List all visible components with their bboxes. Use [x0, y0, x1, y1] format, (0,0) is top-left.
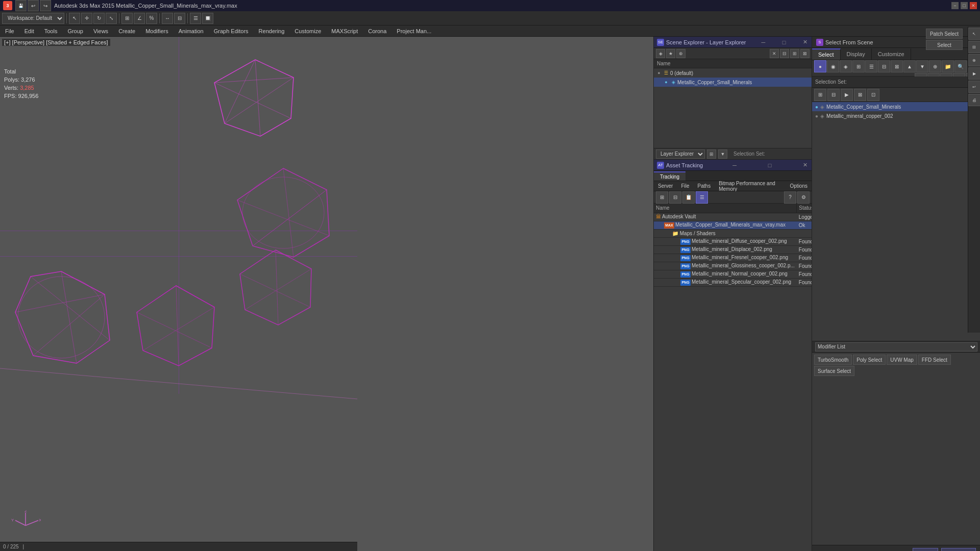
asset-row[interactable]: MAXMetallic_Copper_Small_Minerals_max_vr…	[654, 221, 812, 229]
se-footer-btn1[interactable]: ⊞	[707, 149, 716, 159]
se-tb-close[interactable]: ✕	[770, 49, 779, 58]
uvw-map-btn[interactable]: UVW Map	[887, 355, 917, 365]
viewport[interactable]: [+] [Perspective] [Shaded + Edged Faces]…	[0, 37, 653, 551]
minimize-btn[interactable]: −	[951, 2, 959, 9]
menu-project[interactable]: Project Man...	[391, 26, 436, 37]
layer-explorer-dropdown[interactable]: Layer Explorer	[656, 149, 705, 159]
at-tb-help[interactable]: ?	[784, 191, 796, 204]
at-tb-settings[interactable]: ⚙	[797, 191, 810, 204]
sfs-icon-btn12[interactable]: 🔍	[954, 60, 967, 72]
asset-row[interactable]: PNGMetallic_mineral_Normal_cooper_002.pn…	[654, 270, 812, 278]
select-mode-btn[interactable]: ↖	[69, 13, 80, 24]
angle-snap-btn[interactable]: ∠	[134, 13, 145, 24]
menu-customize[interactable]: Customize	[289, 26, 326, 37]
menu-modifiers[interactable]: Modifiers	[140, 26, 174, 37]
sfs-tab-select[interactable]: Select	[812, 48, 841, 60]
vert-tb-btn3[interactable]: ⊕	[968, 54, 981, 66]
object-row[interactable]: ● ◈ Metallic_Copper_Small_Minerals	[654, 78, 812, 87]
sfs-icon-btn10[interactable]: ⊕	[929, 60, 941, 72]
maximize-btn[interactable]: □	[961, 2, 968, 9]
sfs-icon-btn3[interactable]: ◈	[840, 60, 852, 72]
at-tb-btn4[interactable]: ☰	[696, 191, 708, 204]
layer-default-row[interactable]: ● ☰ 0 (default)	[654, 68, 812, 78]
sfs-tb2-btn4[interactable]: ⊠	[854, 89, 866, 101]
layer-mgr-btn[interactable]: ☰	[190, 13, 201, 24]
sfs-icon-btn5[interactable]: ☰	[865, 60, 877, 72]
sfs-tb2-btn3[interactable]: ▶	[841, 89, 853, 101]
scene-explorer-minimize-btn[interactable]: ─	[760, 39, 767, 46]
asset-row[interactable]: PNGMetallic_mineral_Specular_cooper_002.…	[654, 278, 812, 286]
close-btn[interactable]: ✕	[970, 2, 977, 9]
sfs-obj-row-2[interactable]: ● ◈ Metallic_mineral_copper_002	[812, 111, 980, 120]
sfs-icon-btn9[interactable]: ▼	[916, 60, 928, 72]
scene-explorer-close-btn[interactable]: ✕	[801, 39, 808, 46]
select-btn[interactable]: Select	[926, 40, 963, 50]
vert-tb-btn2[interactable]: ⊟	[968, 41, 981, 53]
asset-tracking-restore-btn[interactable]: □	[766, 162, 773, 169]
menu-maxscript[interactable]: MAXScript	[326, 26, 363, 37]
surface-select-btn[interactable]: Surface Select	[814, 366, 854, 376]
vert-tb-btn5[interactable]: ↩	[968, 81, 981, 93]
sfs-icon-btn11[interactable]: 📁	[942, 60, 954, 72]
turbosmooth-btn[interactable]: TurboSmooth	[814, 355, 852, 365]
asset-menu-paths[interactable]: Paths	[694, 181, 715, 191]
sfs-icon-btn4[interactable]: ⊞	[852, 60, 865, 72]
asset-tracking-close-btn[interactable]: ✕	[801, 162, 808, 169]
move-btn[interactable]: ✛	[81, 13, 92, 24]
se-tb-btn1[interactable]: ◈	[656, 49, 665, 58]
sfs-tb2-btn2[interactable]: ⊟	[827, 89, 840, 101]
sfs-obj-row-1[interactable]: ● ◈ Metallic_Copper_Small_Minerals	[812, 102, 980, 111]
sfs-icon-btn7[interactable]: ⊠	[891, 60, 903, 72]
asset-row[interactable]: PNGMetallic_mineral_Fresnel_cooper_002.p…	[654, 254, 812, 262]
quick-access-btn[interactable]: 💾	[15, 0, 27, 11]
menu-tools[interactable]: Tools	[39, 26, 63, 37]
se-tb-icon2[interactable]: ⊞	[790, 49, 799, 58]
modifier-list-dropdown[interactable]: Modifier List	[815, 342, 977, 352]
menu-views[interactable]: Views	[88, 26, 113, 37]
asset-menu-server[interactable]: Server	[654, 181, 677, 191]
ok-btn[interactable]: OK	[913, 548, 938, 552]
se-tb-btn2[interactable]: ★	[666, 49, 675, 58]
menu-corona[interactable]: Corona	[363, 26, 391, 37]
asset-menu-file[interactable]: File	[677, 181, 693, 191]
sfs-icon-btn8[interactable]: ▲	[903, 60, 916, 72]
vert-tb-btn6[interactable]: 🖨	[968, 94, 981, 106]
mirror-btn[interactable]: ↔	[162, 13, 173, 24]
asset-menu-options[interactable]: Options	[786, 181, 812, 191]
scale-btn[interactable]: ⤡	[106, 13, 117, 24]
sfs-icon-btn6[interactable]: ⊟	[878, 60, 890, 72]
se-tb-icon3[interactable]: ⊠	[800, 49, 810, 58]
percent-snap-btn[interactable]: %	[146, 13, 157, 24]
poly-select-btn[interactable]: Poly Select	[853, 355, 886, 365]
sfs-tab-display[interactable]: Display	[841, 48, 872, 60]
menu-rendering[interactable]: Rendering	[254, 26, 290, 37]
scene-explorer-restore-btn[interactable]: □	[780, 39, 788, 46]
cancel-btn[interactable]: Cancel	[941, 548, 976, 552]
ffd-select-btn[interactable]: FFD Select	[918, 355, 951, 365]
undo-btn[interactable]: ↩	[28, 0, 39, 11]
sfs-tb2-btn1[interactable]: ⊞	[814, 89, 826, 101]
snap-btn[interactable]: ⊞	[121, 13, 133, 24]
sfs-icon-btn1[interactable]: ●	[814, 60, 826, 72]
align-btn[interactable]: ⊟	[174, 13, 185, 24]
asset-tracking-minimize-btn[interactable]: ─	[731, 162, 738, 169]
sfs-tab-customize[interactable]: Customize	[872, 48, 911, 60]
menu-animation[interactable]: Animation	[174, 26, 209, 37]
sfs-icon-btn2[interactable]: ◉	[827, 60, 839, 72]
se-tb-btn3[interactable]: ⊕	[676, 49, 685, 58]
menu-file[interactable]: File	[0, 26, 19, 37]
menu-edit[interactable]: Edit	[19, 26, 39, 37]
vert-tb-btn4[interactable]: ▶	[968, 67, 981, 80]
menu-create[interactable]: Create	[113, 26, 140, 37]
patch-select-btn[interactable]: Patch Select	[926, 29, 963, 39]
rotate-btn[interactable]: ↻	[93, 13, 105, 24]
menu-group[interactable]: Group	[62, 26, 88, 37]
asset-row[interactable]: 🏛Autodesk VaultLogged	[654, 213, 812, 221]
at-tb-btn1[interactable]: ⊞	[656, 191, 668, 204]
asset-menu-bitmap[interactable]: Bitmap Performance and Memory	[715, 181, 786, 191]
tracking-tab[interactable]: Tracking	[654, 171, 685, 181]
asset-row[interactable]: PNGMetallic_mineral_Diffuse_cooper_002.p…	[654, 237, 812, 245]
se-footer-btn2[interactable]: ▼	[718, 149, 727, 159]
asset-row[interactable]: PNGMetallic_mineral_Displace_002.pngFoun…	[654, 245, 812, 254]
asset-row[interactable]: PNGMetallic_mineral_Glossiness_cooper_00…	[654, 262, 812, 270]
